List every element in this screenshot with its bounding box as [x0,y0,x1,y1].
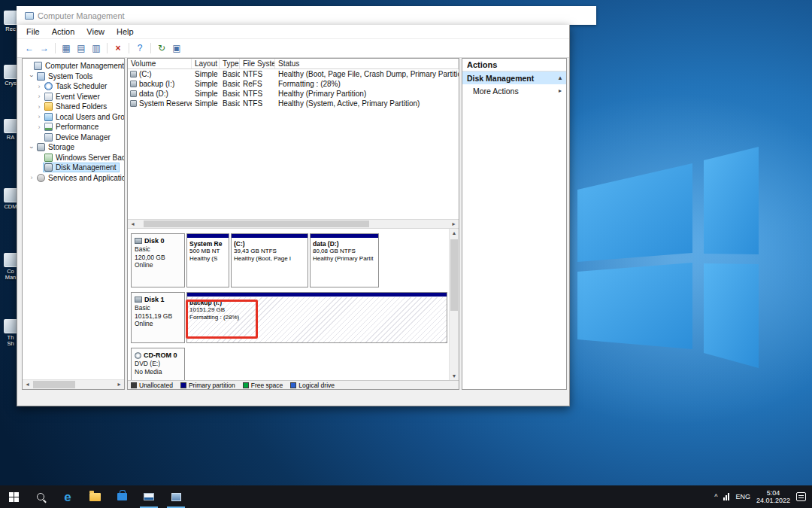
legend-logical-drive: Logical drive [290,382,335,389]
chevron-expanded-icon[interactable]: › [28,72,35,80]
column-header-layout[interactable]: Layout [192,59,220,68]
help-icon[interactable]: ? [133,41,147,55]
tree-horizontal-scrollbar[interactable]: ◂ ▸ [23,379,124,389]
disk-name-label: Disk 1 [144,296,165,303]
partition-size: 500 MB NT [189,248,226,255]
column-header-file-system[interactable]: File System [240,59,275,68]
volume-row-backup-i[interactable]: backup (I:)SimpleBasicReFSFormatting : (… [128,79,459,89]
chevron-collapsed-icon[interactable]: › [35,83,43,90]
disk-name: Disk 1 [135,296,183,303]
tree-item-event-viewer[interactable]: ›Event Viewer [23,92,124,102]
chevron-collapsed-icon[interactable]: › [28,174,35,181]
language-indicator[interactable]: ENG [735,493,750,500]
tree-item-task-scheduler[interactable]: ›Task Scheduler [23,81,124,92]
properties-icon[interactable]: ▥ [89,41,103,55]
menu-bar: FileActionViewHelp [17,25,569,39]
menu-action[interactable]: Action [46,26,81,38]
scroll-right-icon[interactable]: ▸ [114,380,124,389]
disk-kind: Basic [135,304,183,312]
scroll-track[interactable] [138,220,449,228]
collapse-icon[interactable]: ▴ [559,75,562,81]
chevron-collapsed-icon[interactable]: › [35,113,43,120]
action-center-icon[interactable] [796,492,806,501]
actions-more-actions-item[interactable]: More Actions ▸ [462,84,566,97]
tree-item-computer-management-local[interactable]: Computer Management (Local [23,61,124,71]
hidden-icons-chevron-icon[interactable]: ^ [714,493,717,500]
tree-item-windows-server-backup[interactable]: Windows Server Backup [23,153,124,163]
export-list-icon[interactable]: ▤ [74,41,88,55]
tree-item-local-users-and-groups[interactable]: ›Local Users and Groups [23,112,124,123]
partition-data-d[interactable]: data (D:)80,08 GB NTFSHealthy (Primary P… [310,233,379,287]
volume-row-system-reserved[interactable]: System ReservedSimpleBasicNTFSHealthy (S… [128,99,459,108]
chevron-expanded-icon[interactable]: › [28,144,35,151]
taskbar-store-button[interactable] [108,485,135,508]
actions-disk-management-label: Disk Management [467,74,534,83]
tree-item-body: Local Users and Groups [43,112,124,122]
back-icon[interactable]: ← [23,41,36,55]
forward-icon[interactable]: → [38,41,51,55]
cdrom-info-box[interactable]: CD-ROM 0 DVD (E:) No Media [131,348,185,382]
tree-item-body: Computer Management (Local [32,61,124,71]
tree-item-services-and-applications[interactable]: ›Services and Applications [23,173,124,184]
taskbar-file-explorer-button[interactable] [81,485,108,508]
menu-view[interactable]: View [80,26,111,38]
chevron-collapsed-icon[interactable]: › [35,93,43,100]
tree-item-performance[interactable]: ›Performance [23,122,124,132]
taskbar-edge-button[interactable]: e [54,485,81,508]
scroll-left-icon[interactable]: ◂ [23,380,32,389]
toolbar-separator [107,43,108,53]
partition-status: Healthy (Boot, Page I [234,255,305,263]
disk-info-disk-1[interactable]: Disk 1Basic10151,19 GBOnline [131,292,185,343]
scroll-thumb[interactable] [33,381,75,388]
refresh-icon[interactable]: ↻ [155,41,168,55]
partition-title: (C:) [234,240,305,248]
volume-name: backup (I:) [139,80,174,88]
tree-item-device-manager[interactable]: Device Manager [23,132,124,143]
tree-item-shared-folders[interactable]: ›Shared Folders [23,102,124,112]
desktop-icon-image [4,253,18,267]
chevron-collapsed-icon[interactable]: › [35,123,43,131]
taskbar-clock[interactable]: 5:04 24.01.2022 [756,489,790,505]
scroll-left-icon[interactable]: ◂ [128,220,138,229]
taskbar-computer-management-button[interactable] [135,485,162,508]
console-tree-icon[interactable]: ▦ [59,41,73,55]
scroll-thumb[interactable] [144,221,369,227]
actions-disk-management-item[interactable]: Disk Management ▴ [462,71,566,84]
window-titlebar[interactable]: Computer Management [17,6,596,25]
partition-backup-i[interactable]: backup (I:)10151,29 GBFormatting : (28%) [186,292,447,343]
menu-file[interactable]: File [20,26,46,38]
partition-title: backup (I:) [189,299,444,306]
volume-list-horizontal-scrollbar[interactable]: ◂ ▸ [128,219,459,229]
column-header-type[interactable]: Type [220,59,240,68]
partition-c[interactable]: (C:)39,43 GB NTFSHealthy (Boot, Page I [231,233,308,287]
partition-system-re[interactable]: System Re500 MB NTHealthy (S [186,233,229,287]
views-icon[interactable]: ▣ [170,41,183,55]
taskbar-window-app-button[interactable] [162,485,189,508]
graphical-view-vertical-scrollbar[interactable]: ▴ ▾ [449,229,459,382]
chevron-collapsed-icon[interactable]: › [35,103,43,111]
disk-kind: Basic [135,245,183,254]
status-cell: Healthy (Primary Partition) [275,90,459,98]
taskbar-search-button[interactable] [27,485,54,508]
scroll-thumb[interactable] [450,239,458,311]
cdrom-row[interactable]: CD-ROM 0 DVD (E:) No Media [131,348,446,382]
scroll-up-icon[interactable]: ▴ [450,229,459,239]
volume-row-data-d[interactable]: data (D:)SimpleBasicNTFSHealthy (Primary… [128,89,459,99]
volume-name-cell: System Reserved [128,99,192,108]
menu-help[interactable]: Help [111,26,140,38]
tree-item-label: Event Viewer [56,93,100,101]
volume-name: (C:) [139,70,152,78]
start-button[interactable] [0,485,27,508]
delete-icon[interactable]: × [111,41,125,55]
tree-item-disk-management[interactable]: Disk Management [23,163,124,173]
column-header-volume[interactable]: Volume [128,59,192,68]
taskbar: e ^ ENG 5:04 24.01.2022 [0,485,812,508]
column-header-status[interactable]: Status [275,59,459,68]
scroll-right-icon[interactable]: ▸ [449,220,459,229]
tree-item-storage[interactable]: ›Storage [23,142,124,153]
scroll-track[interactable] [32,380,114,389]
network-icon[interactable] [723,493,729,500]
disk-info-disk-0[interactable]: Disk 0Basic120,00 GBOnline [131,233,185,287]
tree-item-system-tools[interactable]: ›System Tools [23,71,124,82]
volume-row-c[interactable]: (C:)SimpleBasicNTFSHealthy (Boot, Page F… [128,69,459,79]
